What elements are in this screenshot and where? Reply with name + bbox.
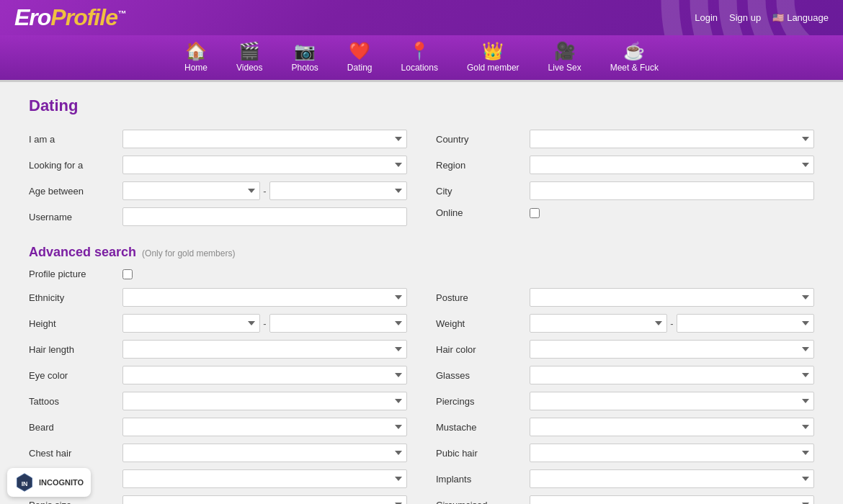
hair-length-select[interactable] xyxy=(122,340,407,359)
posture-label: Posture xyxy=(436,292,530,303)
beard-select[interactable] xyxy=(122,418,407,436)
profile-picture-row: Profile picture xyxy=(29,269,814,279)
chest-hair-row: Chest hair xyxy=(29,444,407,462)
piercings-label: Piercings xyxy=(436,396,530,407)
advanced-right-col: Posture Weight - Hair color Glasses xyxy=(436,288,814,504)
language-selector[interactable]: 🇺🇸 Language xyxy=(772,12,829,23)
online-row: Online xyxy=(436,207,814,218)
beard-row: Beard xyxy=(29,418,407,436)
city-input[interactable] xyxy=(530,181,814,200)
weight-row: Weight - xyxy=(436,314,814,333)
age-from-select[interactable] xyxy=(122,181,260,200)
gold-member-icon: 👑 xyxy=(482,42,504,60)
ethnicity-select[interactable] xyxy=(122,288,407,307)
posture-row: Posture xyxy=(436,288,814,307)
weight-to-select[interactable] xyxy=(677,314,814,333)
nav-photos[interactable]: 📷 Photos xyxy=(277,35,332,80)
weight-from-select[interactable] xyxy=(530,314,667,333)
nav-meet-and-fuck[interactable]: ☕ Meet & Fuck xyxy=(596,35,673,80)
height-dash: - xyxy=(263,318,266,329)
age-to-select[interactable] xyxy=(269,181,407,200)
height-range-container: - xyxy=(122,314,407,333)
circumcised-select[interactable] xyxy=(530,495,814,504)
looking-for-label: Looking for a xyxy=(29,160,122,171)
username-label: Username xyxy=(29,212,122,222)
weight-dash: - xyxy=(670,318,673,329)
hair-color-label: Hair color xyxy=(436,344,530,355)
online-label: Online xyxy=(436,207,530,218)
country-row: Country xyxy=(436,130,814,148)
username-input[interactable] xyxy=(122,207,407,226)
incognito-label: INCOGNITO xyxy=(39,478,84,487)
city-row: City xyxy=(436,181,814,200)
circumcised-label: Circumcised xyxy=(436,500,530,505)
country-select[interactable] xyxy=(530,130,814,148)
svg-text:IN: IN xyxy=(22,480,28,487)
photos-icon: 📷 xyxy=(294,42,316,60)
tattoos-select[interactable] xyxy=(122,392,407,410)
online-checkbox[interactable] xyxy=(530,208,540,218)
advanced-search-title: Advanced search (Only for gold members) xyxy=(29,245,814,260)
city-label: City xyxy=(436,186,530,197)
language-label: Language xyxy=(787,12,829,23)
region-row: Region xyxy=(436,156,814,174)
nav-home[interactable]: 🏠 Home xyxy=(170,35,222,80)
height-from-select[interactable] xyxy=(122,314,260,333)
eye-color-select[interactable] xyxy=(122,366,407,384)
i-am-a-row: I am a xyxy=(29,130,407,148)
penis-size-label: Penis size xyxy=(29,500,122,505)
nav-live-sex-label: Live Sex xyxy=(548,63,581,73)
login-link[interactable]: Login xyxy=(695,12,718,23)
height-label: Height xyxy=(29,318,122,329)
home-icon: 🏠 xyxy=(185,42,207,60)
implants-select[interactable] xyxy=(530,469,814,488)
nav-locations[interactable]: 📍 Locations xyxy=(387,35,452,80)
looking-for-select[interactable] xyxy=(122,156,407,174)
height-to-select[interactable] xyxy=(269,314,407,333)
eye-color-row: Eye color xyxy=(29,366,407,384)
penis-size-select[interactable] xyxy=(122,495,407,504)
age-between-row: Age between - xyxy=(29,181,407,200)
age-between-label: Age between xyxy=(29,186,122,197)
glasses-select[interactable] xyxy=(530,366,814,384)
posture-select[interactable] xyxy=(530,288,814,307)
piercings-select[interactable] xyxy=(530,392,814,410)
logo-profile: Profile xyxy=(50,4,117,30)
cup-size-select[interactable] xyxy=(122,469,407,488)
meet-fuck-icon: ☕ xyxy=(623,42,645,60)
i-am-a-select[interactable] xyxy=(122,130,407,148)
nav-locations-label: Locations xyxy=(401,63,438,73)
nav-dating[interactable]: ❤️ Dating xyxy=(333,35,387,80)
nav-live-sex[interactable]: 🎥 Live Sex xyxy=(534,35,596,80)
signup-link[interactable]: Sign up xyxy=(729,12,761,23)
nav-meet-fuck-label: Meet & Fuck xyxy=(610,63,659,73)
weight-label: Weight xyxy=(436,318,530,329)
i-am-a-label: I am a xyxy=(29,134,122,145)
pubic-hair-label: Pubic hair xyxy=(436,448,530,459)
nav-videos[interactable]: 🎬 Videos xyxy=(222,35,277,80)
live-sex-icon: 🎥 xyxy=(554,42,576,60)
hair-length-label: Hair length xyxy=(29,344,122,355)
nav-videos-label: Videos xyxy=(236,63,262,73)
glasses-label: Glasses xyxy=(436,370,530,381)
header-top: EroProfile™ Login Sign up 🇺🇸 Language xyxy=(0,0,843,35)
glasses-row: Glasses xyxy=(436,366,814,384)
form-left-col: I am a Looking for a Age between - Usern… xyxy=(29,130,407,233)
pubic-hair-select[interactable] xyxy=(530,444,814,462)
region-select[interactable] xyxy=(530,156,814,174)
eye-color-label: Eye color xyxy=(29,370,122,381)
beard-label: Beard xyxy=(29,422,122,433)
hair-length-row: Hair length xyxy=(29,340,407,359)
chest-hair-select[interactable] xyxy=(122,444,407,462)
mustache-select[interactable] xyxy=(530,418,814,436)
hair-color-row: Hair color xyxy=(436,340,814,359)
site-logo[interactable]: EroProfile™ xyxy=(14,4,125,31)
hair-color-select[interactable] xyxy=(530,340,814,359)
nav-gold-member[interactable]: 👑 Gold member xyxy=(452,35,534,80)
looking-for-row: Looking for a xyxy=(29,156,407,174)
advanced-search-form: Ethnicity Height - Hair length Eye color xyxy=(29,288,814,504)
advanced-gold-note: (Only for gold members) xyxy=(142,248,235,258)
profile-picture-checkbox[interactable] xyxy=(122,269,133,279)
mustache-label: Mustache xyxy=(436,422,530,433)
nav-photos-label: Photos xyxy=(291,63,318,73)
